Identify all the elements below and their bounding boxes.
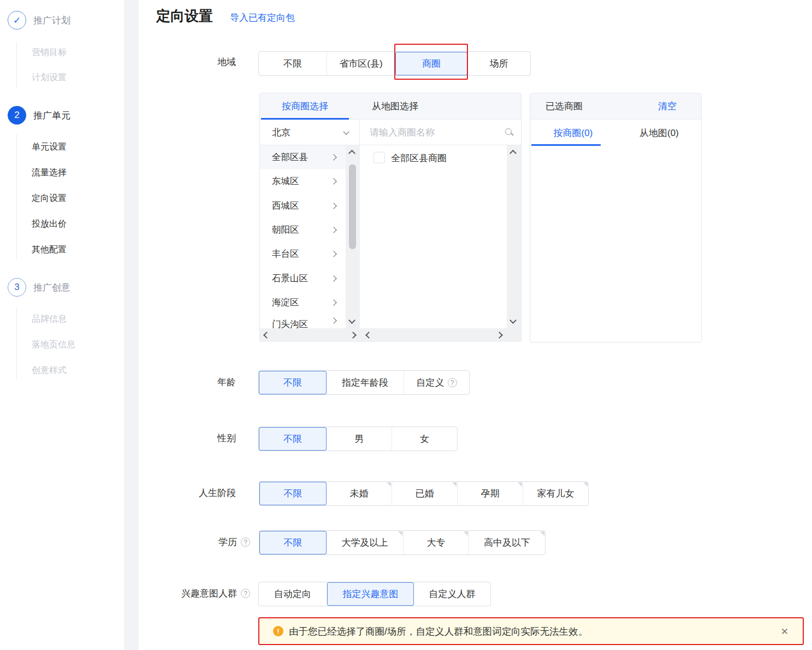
life-stage-option-married[interactable]: 已婚 [392, 482, 457, 505]
all-district-business-area-label[interactable]: 全部区县商圈 [391, 152, 447, 164]
sidebar-item-creative-style[interactable]: 创意样式 [32, 364, 67, 376]
education-option-associate[interactable]: 大专 [403, 531, 469, 554]
picker-tabs: 按商圈选择 从地图选择 [260, 93, 521, 120]
region-option-label: 场所 [490, 57, 508, 70]
sidebar-item-landing-page[interactable]: 落地页信息 [32, 339, 75, 351]
district-list-scrollbar[interactable] [346, 145, 360, 328]
scroll-down-icon[interactable] [348, 317, 355, 324]
help-icon[interactable]: ? [241, 537, 250, 547]
gender-option-female[interactable]: 女 [392, 427, 457, 451]
life-stage-option-with-children[interactable]: 家有儿女 [523, 482, 588, 505]
business-area-list-scrollbar[interactable] [507, 145, 521, 328]
scroll-left-icon[interactable] [365, 332, 372, 339]
tab-select-from-map[interactable]: 从地图选择 [350, 93, 440, 119]
district-label: 门头沟区 [272, 318, 308, 328]
corner-notch [398, 531, 402, 536]
city-select-value: 北京 [272, 126, 291, 139]
step-2-ad-unit[interactable]: 2 推广单元 [8, 106, 70, 125]
clear-selection-link[interactable]: 清空 [658, 100, 677, 113]
sidebar-scrollbar[interactable] [124, 0, 139, 650]
gender-option-group: 不限 男 女 [258, 427, 458, 451]
warning-banner: ! 由于您已经选择了商圈/场所，自定义人群和意图词定向实际无法生效。 ✕ [258, 617, 804, 645]
education-option-label: 大专 [427, 536, 446, 549]
interest-option-custom-audience[interactable]: 自定义人群 [414, 582, 490, 606]
all-district-business-area-checkbox[interactable] [374, 152, 385, 163]
sidebar-item-brand-info[interactable]: 品牌信息 [32, 313, 67, 325]
region-option-business-district[interactable]: 商圈 [395, 52, 467, 75]
step-1-campaign[interactable]: ✓ 推广计划 [8, 11, 70, 29]
interest-option-specified-intent[interactable]: 指定兴趣意图 [327, 582, 414, 606]
life-stage-option-pregnancy[interactable]: 孕期 [457, 482, 523, 505]
search-icon[interactable] [505, 128, 513, 137]
interest-label-text: 兴趣意图人群 [181, 587, 237, 600]
district-item-dongcheng[interactable]: 东城区 [260, 169, 346, 193]
age-option-custom[interactable]: 自定义? [404, 371, 469, 394]
city-select[interactable]: 北京 [260, 120, 360, 145]
region-option-label: 省市区(县) [339, 57, 382, 70]
district-item-fengtai[interactable]: 丰台区 [260, 242, 346, 266]
chevron-right-icon [330, 227, 336, 233]
education-option-college-above[interactable]: 大学及以上 [327, 531, 403, 554]
scroll-up-icon[interactable] [509, 150, 517, 157]
region-option-venue[interactable]: 场所 [467, 52, 530, 75]
import-targeting-package-link[interactable]: 导入已有定向包 [230, 11, 295, 24]
education-label: 学历 ? [153, 536, 250, 548]
tab-label: 按商圈选择 [282, 100, 328, 113]
tab-label: 从地图选择 [372, 100, 418, 113]
corner-notch [387, 482, 391, 487]
active-tab-underline [531, 144, 601, 146]
scroll-down-icon[interactable] [509, 317, 517, 324]
region-option-unlimited[interactable]: 不限 [259, 52, 327, 75]
warning-text: 由于您已经选择了商圈/场所，自定义人群和意图词定向实际无法生效。 [289, 625, 588, 638]
sidebar-item-marketing-goal[interactable]: 营销目标 [32, 46, 67, 58]
sidebar-item-unit-settings[interactable]: 单元设置 [32, 141, 67, 153]
region-option-label: 商圈 [422, 57, 441, 70]
region-option-group: 不限 省市区(县) 商圈 场所 [258, 51, 531, 76]
tab-selected-by-district[interactable]: 按商圈(0) [530, 120, 616, 146]
district-item-xicheng[interactable]: 西城区 [260, 194, 346, 218]
education-option-label: 不限 [284, 536, 303, 549]
tab-select-by-district[interactable]: 按商圈选择 [260, 93, 350, 119]
business-area-hscrollbar[interactable] [360, 328, 521, 342]
sidebar-item-other-config[interactable]: 其他配置 [32, 244, 67, 256]
district-item-all[interactable]: 全部区县 [260, 145, 346, 169]
step-3-creative[interactable]: 3 推广创意 [8, 278, 70, 297]
district-item-chaoyang[interactable]: 朝阳区 [260, 218, 346, 242]
district-label: 朝阳区 [272, 224, 299, 236]
scroll-right-icon[interactable] [349, 332, 357, 339]
district-item-mentougou[interactable]: 门头沟区 [260, 315, 346, 328]
scroll-up-icon[interactable] [348, 150, 355, 157]
search-lens [505, 128, 512, 135]
gender-option-label: 不限 [283, 433, 302, 445]
age-option-group: 不限 指定年龄段 自定义? [258, 370, 470, 395]
help-icon[interactable]: ? [241, 589, 250, 598]
help-icon[interactable]: ? [448, 378, 457, 387]
region-option-province-city[interactable]: 省市区(县) [327, 52, 395, 75]
district-item-haidian[interactable]: 海淀区 [260, 291, 346, 315]
age-option-unlimited[interactable]: 不限 [259, 371, 327, 394]
sidebar-item-bidding[interactable]: 投放出价 [32, 218, 67, 230]
gender-option-unlimited[interactable]: 不限 [259, 427, 327, 451]
age-option-specified-range[interactable]: 指定年龄段 [327, 371, 404, 394]
sidebar-item-plan-settings[interactable]: 计划设置 [32, 72, 67, 84]
business-district-search-input[interactable] [370, 127, 501, 138]
gender-option-male[interactable]: 男 [327, 427, 392, 451]
scroll-right-icon[interactable] [496, 332, 503, 339]
life-stage-option-unlimited[interactable]: 不限 [259, 482, 327, 505]
close-icon[interactable]: ✕ [781, 626, 789, 637]
chevron-right-icon [330, 251, 336, 257]
sidebar-item-traffic-select[interactable]: 流量选择 [32, 167, 67, 179]
sidebar-item-targeting[interactable]: 定向设置 [32, 192, 67, 204]
life-stage-option-unmarried[interactable]: 未婚 [327, 482, 392, 505]
interest-audience-label: 兴趣意图人群 ? [147, 587, 250, 600]
district-label: 海淀区 [272, 297, 299, 309]
tab-selected-from-map[interactable]: 从地图(0) [616, 120, 702, 146]
education-option-unlimited[interactable]: 不限 [259, 531, 327, 554]
education-option-highschool-below[interactable]: 高中及以下 [469, 531, 545, 554]
interest-option-auto-targeting[interactable]: 自动定向 [259, 582, 327, 606]
scrollbar-thumb[interactable] [349, 164, 356, 249]
district-list-hscrollbar[interactable] [260, 328, 360, 342]
district-item-shijingshan[interactable]: 石景山区 [260, 267, 346, 291]
interest-option-group: 自动定向 指定兴趣意图 自定义人群 [258, 582, 491, 606]
scroll-left-icon[interactable] [263, 332, 270, 339]
